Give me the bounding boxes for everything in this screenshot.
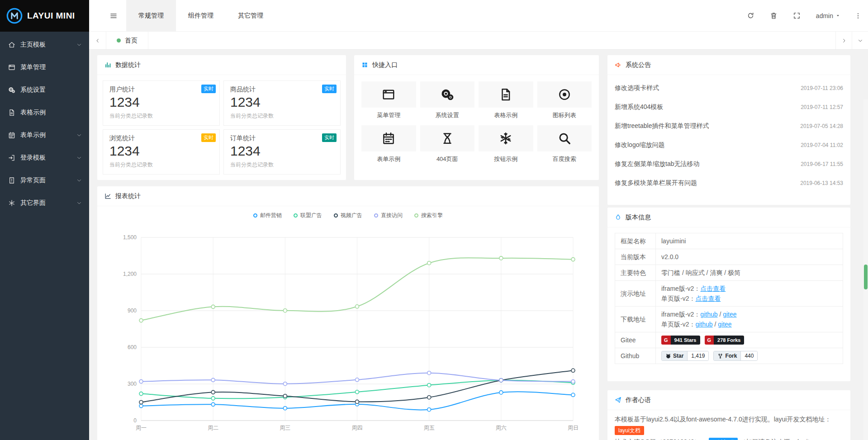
version-row-feature: 主要特色 零门槛 / 响应式 / 清爽 / 极简 — [615, 265, 843, 281]
line-chart-icon — [104, 193, 111, 199]
quick-entry-1[interactable]: 菜单管理 — [361, 81, 416, 119]
quick-entry-6[interactable]: 404页面 — [420, 125, 475, 163]
sidebar-item-label: 菜单管理 — [20, 63, 82, 71]
nav-tab-3[interactable]: 其它管理 — [226, 0, 275, 31]
demo-spa-link[interactable]: 点击查看 — [695, 295, 721, 302]
row-label: 演示地址 — [615, 281, 656, 307]
sidebar-item-7[interactable]: 异常页面 — [0, 169, 89, 192]
announcement-time: 2019-07-11 23:06 — [801, 85, 843, 91]
announcement-row: 修改logo缩放问题 2019-07-04 11:02 — [615, 136, 843, 155]
sidebar-item-2[interactable]: 菜单管理 — [0, 56, 89, 79]
dl-iframe-github-link[interactable]: github — [700, 311, 717, 318]
tabs-scroll-left-button[interactable] — [89, 32, 106, 49]
version-row-download: 下载地址 iframe版-v2：github / gitee 单页版-v2：gi… — [615, 307, 843, 332]
chevron-down-icon — [76, 200, 82, 206]
scrollbar-thumb[interactable] — [864, 265, 868, 289]
chevron-right-icon — [841, 38, 847, 43]
row-value: layuimini — [656, 233, 843, 249]
separator: / — [713, 321, 718, 328]
fullscreen-icon — [793, 12, 801, 19]
author-body: 本模板基于layui2.5.4以及font-awesome-4.7.0进行实现。… — [607, 410, 850, 440]
version-row-gitee: Gitee G 941 Stars G 278 Forks — [615, 332, 843, 348]
sidebar-item-1[interactable]: 主页模板 — [0, 33, 89, 56]
sidebar-menu: 主页模板 菜单管理 系统设置 表格示例 表单示例 登录模板 异常页面 其它界面 — [0, 32, 89, 214]
announcement-row: 修复多模块菜单栏展开有问题 2019-06-13 14:53 — [615, 174, 843, 193]
sidebar-item-8[interactable]: 其它界面 — [0, 192, 89, 214]
snowflake-icon — [499, 132, 512, 145]
more-vertical-icon — [854, 12, 862, 19]
svg-text:600: 600 — [128, 344, 137, 350]
github-icon — [665, 353, 671, 359]
dl-spa-github-link[interactable]: github — [695, 321, 712, 328]
quick-entry-5[interactable]: 表单示例 — [361, 125, 416, 163]
tab-home[interactable]: 首页 — [106, 32, 148, 49]
announcement-row: 新增treetable插件和菜单管理样式 2019-07-05 14:28 — [615, 117, 843, 136]
grid-icon — [361, 62, 368, 68]
sidebar-item-5[interactable]: 表单示例 — [0, 124, 89, 147]
realtime-badge: 实时 — [201, 133, 216, 142]
dl-line2-prefix: 单页版-v2： — [661, 321, 695, 328]
report-chart: 周一周二周三周四周五周六周日03006009001,2001,500 — [97, 218, 599, 440]
row-label: 框架名称 — [615, 233, 656, 249]
collapse-menu-button[interactable] — [101, 0, 126, 31]
topbar: 常规管理组件管理其它管理 admin — [89, 0, 868, 32]
app-logo[interactable]: LAYUI MINI — [0, 0, 89, 32]
demo-iframe-link[interactable]: 点击查看 — [700, 285, 726, 292]
chevron-left-icon — [95, 38, 100, 43]
topbar-nav: 常规管理组件管理其它管理 — [126, 0, 275, 31]
topbar-icon-group — [739, 0, 808, 31]
trash-button[interactable] — [762, 0, 785, 31]
quick-entry-3[interactable]: 表格示例 — [479, 81, 533, 119]
gitee-forks-badge[interactable]: G 278 Forks — [705, 336, 745, 345]
refresh-button[interactable] — [739, 0, 762, 31]
layui-doc-badge[interactable]: layui文档 — [615, 426, 644, 435]
main-content: 数据统计 用户统计 1234 当前分类总记录数 实时 商品统计 1234 当前分… — [89, 50, 868, 440]
window-icon — [8, 64, 15, 71]
tabs-scroll-right-button[interactable] — [835, 32, 852, 49]
tab-home-label: 首页 — [125, 37, 138, 45]
github-star-button[interactable]: Star 1,419 — [661, 351, 709, 361]
card-author-note: 作者心语 本模板基于layui2.5.4以及font-awesome-4.7.0… — [607, 390, 850, 440]
quick-entry-2[interactable]: 系统设置 — [420, 81, 475, 119]
svg-text:周三: 周三 — [280, 425, 290, 431]
refresh-icon — [747, 12, 754, 19]
quick-entry-8[interactable]: 百度搜索 — [537, 125, 592, 163]
gitee-stars-badge[interactable]: G 941 Stars — [661, 336, 700, 345]
realtime-badge: 实时 — [322, 133, 337, 142]
svg-text:1,500: 1,500 — [123, 234, 137, 241]
svg-text:周一: 周一 — [136, 425, 147, 431]
tabs-dropdown-button[interactable] — [852, 32, 868, 49]
more-button[interactable] — [848, 0, 868, 31]
bullhorn-icon — [615, 62, 621, 68]
github-fork-count: 440 — [740, 351, 757, 360]
separator: / — [718, 311, 723, 318]
chevron-down-icon — [858, 38, 863, 43]
sidebar-item-label: 其它界面 — [20, 199, 76, 207]
svg-text:周六: 周六 — [496, 425, 507, 431]
quick-entry-4[interactable]: 图标列表 — [537, 81, 592, 119]
announcement-time: 2019-06-13 14:53 — [800, 180, 843, 186]
version-row-name: 框架名称 layuimini — [615, 233, 843, 249]
card-header: 系统公告 — [607, 55, 850, 75]
github-star-count: 1,419 — [687, 351, 708, 360]
sidebar-item-4[interactable]: 表格示例 — [0, 101, 89, 124]
announcement-time: 2019-06-17 11:55 — [801, 161, 843, 167]
dl-iframe-gitee-link[interactable]: gitee — [723, 311, 736, 318]
join-qq-group-badge[interactable]: 一键加群 — [709, 438, 738, 440]
nav-tab-1[interactable]: 常规管理 — [126, 0, 176, 31]
version-row-version: 当前版本 v2.0.0 — [615, 249, 843, 265]
github-fork-button[interactable]: Fork 440 — [713, 351, 758, 361]
quick-entry-7[interactable]: 按钮示例 — [479, 125, 533, 163]
chevron-down-icon — [76, 155, 82, 161]
gitee-logo: G — [661, 336, 671, 345]
legend-marker — [294, 213, 298, 218]
user-menu[interactable]: admin — [808, 0, 848, 31]
fullscreen-button[interactable] — [785, 0, 808, 31]
sidebar-item-6[interactable]: 登录模板 — [0, 147, 89, 169]
dl-spa-gitee-link[interactable]: gitee — [718, 321, 731, 328]
svg-text:周二: 周二 — [208, 425, 218, 431]
sidebar-item-3[interactable]: 系统设置 — [0, 79, 89, 101]
nav-tab-2[interactable]: 组件管理 — [176, 0, 226, 31]
svg-text:周四: 周四 — [352, 425, 363, 431]
version-row-demo: 演示地址 iframe版-v2：点击查看 单页版-v2：点击查看 — [615, 281, 843, 307]
